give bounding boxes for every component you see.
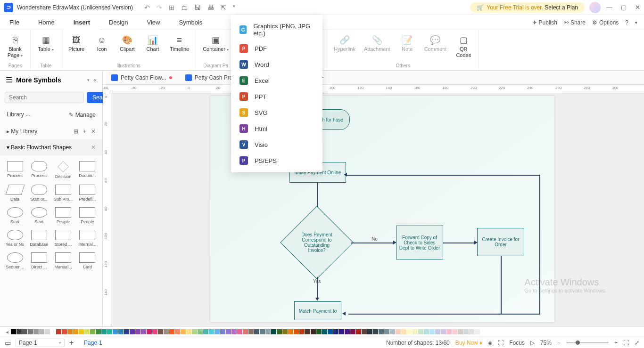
qat-more-icon[interactable]: ▾ (233, 4, 235, 11)
shape-start[interactable]: Start (28, 205, 50, 226)
minimize-button[interactable]: — (606, 4, 612, 11)
color-swatch[interactable] (67, 329, 73, 334)
save-icon[interactable]: 🖫 (194, 4, 201, 11)
fc-connector[interactable] (346, 175, 540, 176)
color-swatch[interactable] (147, 329, 152, 334)
color-swatch[interactable] (345, 329, 350, 334)
fit-icon[interactable]: ⛶ (498, 340, 504, 346)
color-swatch[interactable] (107, 329, 112, 334)
close-button[interactable]: ✕ (635, 4, 640, 11)
collapse-ribbon-icon[interactable]: ▾ (635, 20, 637, 25)
dropdown-item-word[interactable]: WWord (231, 57, 322, 73)
color-swatch[interactable] (401, 329, 406, 334)
ribbon-clipart[interactable]: 🎨Clipart (116, 34, 139, 53)
ribbon-note[interactable]: 📝Note (396, 34, 419, 53)
section-close-icon[interactable]: ✕ (91, 144, 96, 151)
color-swatch[interactable] (316, 329, 322, 334)
trial-banner[interactable]: 🛒 Your Free Trial is over. Select a Plan (470, 2, 585, 13)
color-swatch[interactable] (458, 329, 463, 334)
color-swatch[interactable] (265, 329, 271, 334)
manage-link[interactable]: ✎ Manage (69, 112, 96, 118)
section-toggle[interactable]: ▾ Basic Flowchart Shapes (7, 144, 72, 151)
fit-page-icon[interactable]: ⛶ (623, 340, 629, 346)
zoom-slider[interactable] (566, 342, 609, 343)
color-swatch[interactable] (203, 329, 208, 334)
fc-process-match[interactable]: Match Payment to (294, 301, 341, 320)
dropdown-item-pdf[interactable]: PPDF (231, 40, 322, 57)
ribbon-table[interactable]: ▦Table ▾ (34, 34, 57, 53)
color-swatch[interactable] (22, 329, 27, 334)
doc-tab[interactable]: Petty Cash Flow... (105, 71, 179, 84)
color-swatch[interactable] (418, 329, 423, 334)
shape-card[interactable]: Card (76, 251, 99, 271)
user-avatar[interactable] (589, 2, 601, 13)
dropdown-item-html[interactable]: HHtml (231, 121, 322, 137)
color-swatch[interactable] (396, 329, 401, 334)
color-swatch[interactable] (17, 329, 22, 334)
color-swatch[interactable] (73, 329, 78, 334)
shape-stored-[interactable]: Stored ... (52, 228, 74, 249)
color-swatch[interactable] (305, 329, 310, 334)
ribbon-icon[interactable]: ☺Icon (91, 34, 113, 53)
color-swatch[interactable] (175, 329, 180, 334)
color-swatch[interactable] (429, 329, 435, 334)
color-swatch[interactable] (243, 329, 248, 334)
dropdown-item-visio[interactable]: VVisio (231, 137, 322, 153)
maximize-button[interactable]: ▢ (621, 4, 627, 11)
fc-connector[interactable] (351, 243, 395, 243)
dropdown-item-ps-eps[interactable]: PPS/EPS (231, 153, 322, 169)
shape-start-or-[interactable]: Start or... (28, 183, 50, 203)
color-swatch[interactable] (441, 329, 446, 334)
color-swatch[interactable] (299, 329, 305, 334)
shape-data[interactable]: Data (4, 183, 26, 203)
color-swatch[interactable] (475, 329, 480, 334)
shape-decision[interactable]: Decision (52, 159, 74, 181)
color-swatch[interactable] (350, 329, 355, 334)
fc-connector[interactable] (443, 243, 476, 243)
fc-decision[interactable]: Does Payment Correspond to Outstanding I… (281, 207, 352, 278)
color-swatch[interactable] (367, 329, 372, 334)
color-swatch[interactable] (231, 329, 237, 334)
color-swatch[interactable] (407, 329, 412, 334)
color-swatch[interactable] (339, 329, 344, 334)
dropdown-item-svg[interactable]: SSVG (231, 105, 322, 121)
color-swatch[interactable] (39, 329, 44, 334)
color-swatch[interactable] (164, 329, 169, 334)
open-icon[interactable]: 🗀 (181, 4, 188, 11)
color-swatch[interactable] (215, 329, 220, 334)
color-swatch[interactable] (362, 329, 367, 334)
layers-icon[interactable]: ◈ (488, 340, 492, 346)
shape-yes-or-no[interactable]: Yes or No (4, 228, 26, 249)
color-swatch[interactable] (311, 329, 316, 334)
options-button[interactable]: ⚙ Options (592, 19, 619, 26)
ribbon-comment[interactable]: 💬Comment (421, 34, 450, 53)
color-swatch[interactable] (260, 329, 265, 334)
color-swatch[interactable] (33, 329, 39, 334)
color-swatch[interactable] (248, 329, 254, 334)
publish-button[interactable]: ✈ Publish (532, 19, 557, 26)
fc-connector[interactable] (348, 314, 501, 315)
dropdown-item-graphics-png-jpg-etc-[interactable]: GGraphics (PNG, JPG etc.) (231, 19, 322, 40)
dropdown-item-ppt[interactable]: PPPT (231, 89, 322, 105)
color-swatch[interactable] (192, 329, 197, 334)
color-swatch[interactable] (220, 329, 225, 334)
menu-view[interactable]: View (138, 15, 170, 30)
help-button[interactable]: ? (625, 19, 628, 26)
add-icon[interactable]: + (83, 128, 86, 135)
color-swatch[interactable] (254, 329, 259, 334)
color-swatch[interactable] (271, 329, 276, 334)
shape-manual-[interactable]: Manual... (52, 251, 74, 271)
ribbon-picture[interactable]: 🖼Picture (65, 34, 88, 53)
color-swatch[interactable] (45, 329, 50, 334)
color-swatch[interactable] (237, 329, 242, 334)
shape-sequen-[interactable]: Sequen... (4, 251, 26, 271)
collapse-sidebar-icon[interactable]: « (93, 77, 97, 83)
library-link[interactable]: Library ︿ (7, 111, 31, 119)
color-swatch[interactable] (226, 329, 231, 334)
color-swatch[interactable] (135, 329, 140, 334)
ribbon-chart[interactable]: 📊Chart (141, 34, 164, 53)
color-swatch[interactable] (118, 329, 124, 334)
color-swatch[interactable] (141, 329, 146, 334)
grid-icon[interactable]: ⊞ (74, 128, 78, 135)
color-swatch[interactable] (101, 329, 107, 334)
